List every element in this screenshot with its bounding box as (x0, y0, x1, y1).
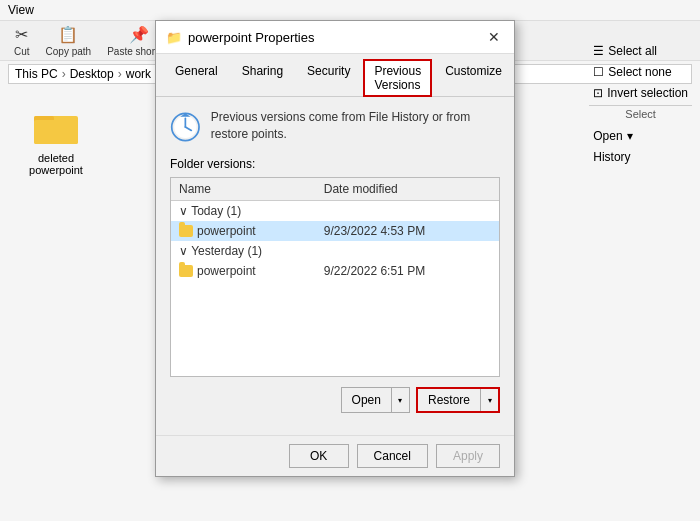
folder-item-deleted-powerpoint[interactable]: deleted powerpoint (16, 108, 96, 176)
cut-label: Cut (14, 46, 30, 57)
select-group-label: Select (589, 105, 692, 120)
tab-bar: General Sharing Security Previous Versio… (156, 54, 514, 97)
select-none-label: Select none (608, 65, 671, 79)
invert-selection-button[interactable]: ⊡ Invert selection (589, 84, 692, 102)
tab-general[interactable]: General (164, 59, 229, 97)
tab-sharing[interactable]: Sharing (231, 59, 294, 97)
dialog-titlebar: 📁 powerpoint Properties ✕ (156, 21, 514, 54)
copy-icon: 📋 (58, 25, 78, 44)
col-date: Date modified (316, 178, 499, 201)
copy-path-label: Copy path (46, 46, 92, 57)
invert-label: Invert selection (607, 86, 688, 100)
group-today-label: Today (1) (191, 204, 241, 218)
invert-icon: ⊡ (593, 86, 603, 100)
col-name: Name (171, 178, 316, 201)
folder-label-deleted: deleted powerpoint (16, 152, 96, 176)
open-arrow-button[interactable]: ▾ (391, 388, 409, 412)
mini-folder-icon-yesterday (179, 265, 193, 277)
table-row[interactable]: powerpoint 9/22/2022 6:51 PM (171, 261, 499, 281)
table-row[interactable]: powerpoint 9/23/2022 4:53 PM (171, 221, 499, 241)
group-today-chevron: ∨ (179, 204, 191, 218)
dropdown-arrow-bg: ▾ (627, 129, 633, 143)
right-panel: ☰ Select all ☐ Select none ⊡ Invert sele… (589, 42, 692, 166)
restore-arrow-button[interactable]: ▾ (480, 389, 498, 411)
tab-customize[interactable]: Customize (434, 59, 513, 97)
group-today: ∨ Today (1) (171, 201, 499, 222)
paste-icon: 📌 (129, 25, 149, 44)
restore-main-button[interactable]: Restore (418, 389, 480, 411)
file-name-cell-today: powerpoint (179, 224, 308, 238)
group-yesterday-chevron: ∨ (179, 244, 191, 258)
cancel-button[interactable]: Cancel (357, 444, 428, 468)
address-sep-1: › (62, 67, 66, 81)
mini-folder-icon-today (179, 225, 193, 237)
address-sep-2: › (118, 67, 122, 81)
dialog-title-text: powerpoint Properties (188, 30, 314, 45)
history-button-bg[interactable]: History (589, 148, 692, 166)
copy-path-button[interactable]: 📋 Copy path (40, 22, 98, 60)
dialog-footer: OK Cancel Apply (156, 435, 514, 476)
file-name-today: powerpoint (197, 224, 256, 238)
dialog-title-icon: 📁 (166, 30, 182, 45)
folder-icon-deleted (32, 108, 80, 148)
menu-bar: View (0, 0, 700, 21)
cut-icon: ✂ (15, 25, 28, 44)
section-label: Folder versions: (170, 157, 500, 171)
group-yesterday: ∨ Yesterday (1) (171, 241, 499, 261)
tab-security[interactable]: Security (296, 59, 361, 97)
ok-button[interactable]: OK (289, 444, 349, 468)
apply-button[interactable]: Apply (436, 444, 500, 468)
open-main-button[interactable]: Open (342, 388, 391, 412)
history-label-bg: History (593, 150, 630, 164)
select-none-icon: ☐ (593, 65, 604, 79)
select-all-label: Select all (608, 44, 657, 58)
open-button-bg[interactable]: Open ▾ (589, 123, 692, 145)
restore-split-button[interactable]: Restore ▾ (416, 387, 500, 413)
select-all-icon: ☰ (593, 44, 604, 58)
properties-dialog: 📁 powerpoint Properties ✕ General Sharin… (155, 20, 515, 477)
open-split-button[interactable]: Open ▾ (341, 387, 410, 413)
select-none-button[interactable]: ☐ Select none (589, 63, 692, 81)
clock-icon (170, 109, 201, 145)
cut-button[interactable]: ✂ Cut (8, 22, 36, 60)
file-date-today: 9/23/2022 4:53 PM (316, 221, 499, 241)
file-name-cell-yesterday: powerpoint (179, 264, 308, 278)
close-button[interactable]: ✕ (484, 27, 504, 47)
file-date-yesterday: 9/22/2022 6:51 PM (316, 261, 499, 281)
tab-previous-versions[interactable]: Previous Versions (363, 59, 432, 97)
info-description: Previous versions come from File History… (211, 109, 500, 143)
address-desktop: Desktop (70, 67, 114, 81)
svg-rect-2 (34, 120, 78, 144)
versions-table-container[interactable]: Name Date modified ∨ Today (1) (170, 177, 500, 377)
select-all-button[interactable]: ☰ Select all (589, 42, 692, 60)
info-row: Previous versions come from File History… (170, 109, 500, 145)
file-name-yesterday: powerpoint (197, 264, 256, 278)
action-row: Open ▾ Restore ▾ (170, 387, 500, 413)
group-yesterday-label: Yesterday (1) (191, 244, 262, 258)
dialog-body: Previous versions come from File History… (156, 97, 514, 435)
view-menu[interactable]: View (8, 3, 34, 17)
address-this-pc: This PC (15, 67, 58, 81)
open-label-bg: Open (593, 129, 622, 143)
versions-table: Name Date modified ∨ Today (1) (171, 178, 499, 281)
dialog-title: 📁 powerpoint Properties (166, 30, 314, 45)
address-work: work (126, 67, 151, 81)
